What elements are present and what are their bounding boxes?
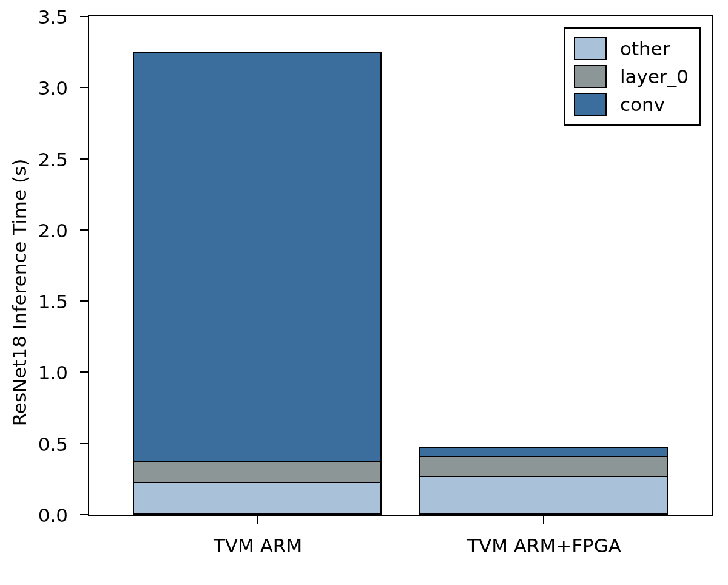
y-tick: 1.0 [80,371,89,373]
y-tick: 0.5 [80,443,89,444]
legend-label: conv [620,93,665,115]
legend-item-layer0: layer_0 [574,65,689,88]
y-tick-label: 3.5 [38,6,68,28]
y-tick-label: 1.5 [38,291,68,313]
x-tick: TVM ARM+FPGA [543,515,544,524]
plot-area: 0.0 0.5 1.0 1.5 2.0 2.5 3.0 3.5 TVM ARM … [88,15,713,516]
x-tick-label: TVM ARM+FPGA [467,535,621,556]
y-tick: 2.5 [80,158,89,160]
x-tick-label: TVM ARM [214,535,302,556]
legend-item-other: other [574,37,689,60]
x-tick: TVM ARM [257,515,258,524]
bar-segment-layer0 [419,456,668,477]
y-tick-label: 0.5 [38,433,68,455]
bar-tvm-arm [133,52,382,515]
legend-swatch [574,93,607,116]
bar-segment-layer0 [133,461,382,482]
bar-segment-other [419,476,668,515]
legend-item-conv: conv [574,93,689,116]
y-tick: 3.0 [80,87,89,88]
legend: other layer_0 conv [564,27,701,126]
chart-container: ResNet18 Inference Time (s) 0.0 0.5 1.0 … [0,0,728,585]
y-tick: 0.0 [80,514,89,515]
y-tick-label: 3.0 [38,77,68,99]
y-tick: 1.5 [80,300,89,302]
y-tick: 2.0 [80,229,89,231]
y-axis-label: ResNet18 Inference Time (s) [8,141,30,444]
y-tick: 3.5 [80,16,89,17]
y-tick-label: 0.0 [38,504,68,526]
legend-label: other [620,38,670,59]
legend-swatch [574,65,607,88]
y-tick-label: 2.0 [38,220,68,242]
bar-tvm-arm-fpga [419,447,668,515]
legend-label: layer_0 [620,66,689,87]
y-tick-label: 2.5 [38,149,68,171]
legend-swatch [574,37,607,60]
bar-segment-conv [133,52,382,463]
bar-segment-other [133,482,382,515]
y-tick-label: 1.0 [38,362,68,384]
